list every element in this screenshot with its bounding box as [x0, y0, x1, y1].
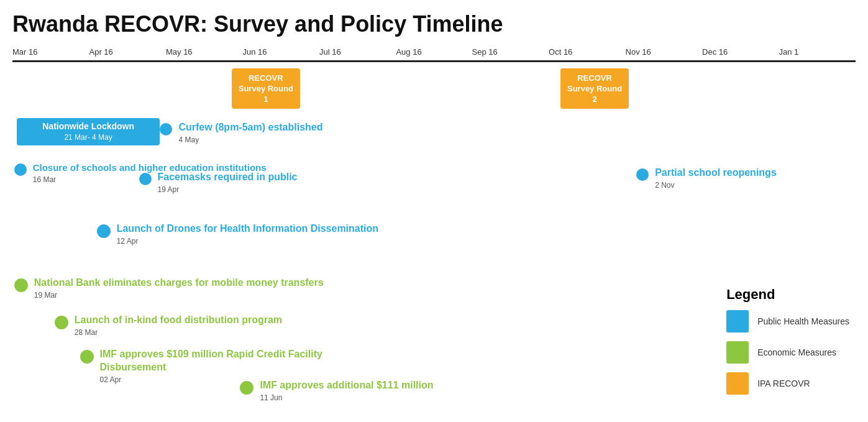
axis-label: Jul 16 — [319, 47, 341, 57]
survey-dates: 4 Jun-15 Jun — [235, 108, 296, 116]
legend-color-blue — [726, 310, 749, 333]
food-dist-label: Launch of in-kind food distribution prog… — [75, 314, 282, 327]
axis-label: May 16 — [166, 47, 193, 57]
event-mobile-money: National Bank eliminates charges for mob… — [14, 277, 324, 300]
legend-color-green — [726, 341, 749, 364]
imf-111-dot — [240, 381, 254, 395]
survey-box-2: RECOVR Survey Round 222 Oct- 6 Nov — [560, 68, 629, 109]
survey-title: RECOVR Survey Round 2 — [564, 73, 625, 105]
mobile-money-dot — [14, 278, 28, 292]
imf-109-label: IMF approves $109 million Rapid Credit F… — [100, 348, 391, 374]
imf-109-dot — [80, 350, 94, 364]
event-imf-111: IMF approves additional $111 million11 J… — [240, 379, 433, 402]
lockdown-bar: Nationwide Lockdown21 Mar- 4 May — [17, 118, 160, 145]
legend-item-green: Economic Measures — [726, 341, 849, 364]
legend-item-blue: Public Health Measures — [726, 310, 849, 333]
food-dist-dot — [55, 316, 68, 329]
event-facemasks: Facemasks required in public19 Apr — [139, 171, 298, 194]
event-food-dist: Launch of in-kind food distribution prog… — [55, 314, 282, 337]
survey-title: RECOVR Survey Round 1 — [235, 73, 296, 105]
school-closure-dot — [14, 163, 27, 176]
legend: Legend Public Health MeasuresEconomic Me… — [726, 287, 849, 403]
partial-school-label: Partial school reopenings — [655, 167, 777, 180]
drones-dot — [97, 224, 111, 238]
page-title: Rwanda RECOVR: Survey and Policy Timelin… — [0, 0, 868, 44]
axis-label: Mar 16 — [12, 47, 37, 57]
curfew-label: Curfew (8pm-5am) established — [178, 121, 322, 134]
imf-111-date: 11 Jun — [260, 393, 433, 402]
legend-label-green: Economic Measures — [757, 347, 836, 357]
event-curfew: Curfew (8pm-5am) established4 May — [160, 121, 322, 144]
mobile-money-date: 19 Mar — [34, 291, 324, 300]
curfew-date: 4 May — [178, 135, 322, 144]
event-partial-school: Partial school reopenings2 Nov — [636, 167, 777, 190]
axis-label: Sep 16 — [472, 47, 498, 57]
axis-label: Jun 16 — [242, 47, 267, 57]
event-imf-109: IMF approves $109 million Rapid Credit F… — [80, 348, 391, 384]
axis-label: Oct 16 — [549, 47, 572, 57]
axis-label: Apr 16 — [89, 47, 112, 57]
partial-school-dot — [636, 168, 649, 181]
legend-color-orange — [726, 372, 749, 395]
facemasks-dot — [139, 173, 152, 185]
lockdown-label: Nationwide Lockdown — [42, 121, 134, 132]
mobile-money-label: National Bank eliminates charges for mob… — [34, 277, 324, 290]
drones-date: 12 Apr — [117, 237, 378, 245]
facemasks-label: Facemasks required in public — [158, 171, 298, 184]
legend-item-orange: IPA RECOVR — [726, 372, 849, 395]
curfew-dot — [160, 123, 172, 135]
food-dist-date: 28 Mar — [75, 328, 282, 337]
partial-school-date: 2 Nov — [655, 181, 777, 190]
facemasks-date: 19 Apr — [158, 185, 298, 194]
legend-label-blue: Public Health Measures — [757, 316, 849, 326]
axis-label: Aug 16 — [396, 47, 421, 57]
lockdown-date: 21 Mar- 4 May — [42, 133, 134, 143]
axis-label: Dec 16 — [702, 47, 728, 57]
axis-label: Nov 16 — [626, 47, 651, 57]
survey-dates: 22 Oct- 6 Nov — [564, 108, 625, 116]
axis-label: Jan 1 — [779, 47, 799, 57]
survey-box-1: RECOVR Survey Round 14 Jun-15 Jun — [232, 68, 300, 109]
event-drones: Launch of Drones for Health Information … — [97, 222, 378, 245]
legend-label-orange: IPA RECOVR — [757, 378, 810, 388]
legend-title: Legend — [726, 287, 849, 303]
imf-111-label: IMF approves additional $111 million — [260, 379, 433, 392]
timeline-axis: Mar 16Apr 16May 16Jun 16Jul 16Aug 16Sep … — [12, 44, 856, 62]
drones-label: Launch of Drones for Health Information … — [117, 222, 378, 236]
